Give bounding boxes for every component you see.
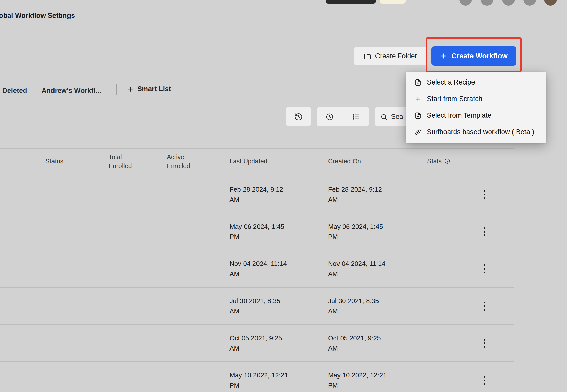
create-workflow-menu: Select a Recipe Start from Scratch Selec… xyxy=(406,72,546,143)
create-folder-label: Create Folder xyxy=(375,52,417,60)
create-workflow-label: Create Workflow xyxy=(451,52,507,60)
last-updated-cell: Oct 05 2021, 9:25 AM xyxy=(230,333,289,353)
menu-item-start-from-scratch[interactable]: Start from Scratch xyxy=(406,91,546,107)
stats-header-label: Stats xyxy=(427,157,442,166)
create-folder-button[interactable]: Create Folder xyxy=(354,47,427,65)
column-header-stats: Stats xyxy=(427,157,450,166)
workflows-page: obal Workflow Settings Create Folder Cre… xyxy=(0,0,567,392)
list-view-toggle[interactable] xyxy=(343,107,369,126)
avatar[interactable] xyxy=(459,0,472,6)
avatar[interactable] xyxy=(481,0,493,6)
column-header-active-enrolled: Active Enrolled xyxy=(167,152,196,171)
last-updated-cell: Nov 04 2024, 11:14 AM xyxy=(230,259,289,279)
row-actions-kebab-icon[interactable] xyxy=(478,221,491,242)
menu-item-label: Start from Scratch xyxy=(427,95,482,103)
workflow-table-body: Feb 28 2024, 9:12 AM Feb 28 2024, 9:12 A… xyxy=(0,176,514,392)
column-header-last-updated: Last Updated xyxy=(230,157,286,166)
history-button[interactable] xyxy=(286,107,311,126)
plus-icon xyxy=(414,95,422,103)
row-actions-kebab-icon[interactable] xyxy=(478,184,491,205)
folder-icon xyxy=(364,52,371,60)
table-row[interactable]: Nov 04 2024, 11:14 AM Nov 04 2024, 11:14… xyxy=(0,250,514,288)
created-on-cell: May 06 2024, 1:45 PM xyxy=(328,221,388,242)
column-header-total-enrolled: Total Enrolled xyxy=(109,152,138,171)
row-actions-kebab-icon[interactable] xyxy=(478,370,491,391)
menu-item-surfboards-workflow[interactable]: Surfboards based workflow ( Beta ) xyxy=(406,124,546,140)
topbar-partial-button[interactable] xyxy=(326,0,376,4)
info-icon[interactable] xyxy=(444,158,450,164)
created-on-cell: May 10 2022, 12:21 PM xyxy=(328,370,388,390)
smart-list-label: Smart List xyxy=(137,85,171,93)
column-header-created-on: Created On xyxy=(328,157,379,166)
menu-item-label: Surfboards based workflow ( Beta ) xyxy=(427,128,534,136)
tab-andrews-workflows[interactable]: Andrew's Workfl... xyxy=(42,87,101,95)
clock-icon xyxy=(326,113,334,121)
row-actions-kebab-icon[interactable] xyxy=(478,258,491,279)
plus-icon xyxy=(440,52,447,60)
file-plus-icon xyxy=(414,79,422,86)
add-smart-list-button[interactable]: Smart List xyxy=(127,85,171,93)
table-top-border xyxy=(0,148,514,149)
row-actions-kebab-icon[interactable] xyxy=(478,295,491,317)
table-row[interactable]: Feb 28 2024, 9:12 AM Feb 28 2024, 9:12 A… xyxy=(0,176,514,213)
created-on-cell: Nov 04 2024, 11:14 AM xyxy=(328,259,388,279)
column-header-status: Status xyxy=(45,157,63,166)
row-actions-kebab-icon[interactable] xyxy=(478,332,491,354)
file-template-icon xyxy=(414,112,422,119)
view-toggle xyxy=(317,107,369,126)
menu-item-label: Select from Template xyxy=(427,111,491,119)
menu-item-select-recipe[interactable]: Select a Recipe xyxy=(406,74,546,91)
search-icon xyxy=(380,113,387,120)
avatar[interactable] xyxy=(544,0,557,6)
menu-item-label: Select a Recipe xyxy=(427,78,475,86)
plus-icon xyxy=(127,85,134,93)
created-on-cell: Oct 05 2021, 9:25 AM xyxy=(328,333,388,353)
table-row[interactable]: May 10 2022, 12:21 PM May 10 2022, 12:21… xyxy=(0,362,514,392)
table-row[interactable]: Jul 30 2021, 8:35 AM Jul 30 2021, 8:35 A… xyxy=(0,288,514,325)
last-updated-cell: May 06 2024, 1:45 PM xyxy=(230,221,289,242)
create-workflow-button[interactable]: Create Workflow xyxy=(431,46,516,66)
tab-deleted[interactable]: Deleted xyxy=(2,87,27,95)
last-updated-cell: Jul 30 2021, 8:35 AM xyxy=(230,296,289,316)
topbar-partial-badge[interactable] xyxy=(380,0,406,4)
menu-item-select-template[interactable]: Select from Template xyxy=(406,107,546,124)
created-on-cell: Feb 28 2024, 9:12 AM xyxy=(328,184,388,205)
table-row[interactable]: May 06 2024, 1:45 PM May 06 2024, 1:45 P… xyxy=(0,213,514,250)
tab-divider xyxy=(116,84,117,95)
recent-view-toggle[interactable] xyxy=(317,107,343,126)
table-row[interactable]: Oct 05 2021, 9:25 AM Oct 05 2021, 9:25 A… xyxy=(0,325,514,362)
page-title: obal Workflow Settings xyxy=(0,12,75,20)
history-icon xyxy=(294,113,303,121)
list-icon xyxy=(352,113,360,121)
search-value: Sea xyxy=(391,113,403,121)
avatar[interactable] xyxy=(502,0,515,6)
avatar[interactable] xyxy=(523,0,536,6)
last-updated-cell: Feb 28 2024, 9:12 AM xyxy=(230,184,289,205)
created-on-cell: Jul 30 2021, 8:35 AM xyxy=(328,296,388,316)
surfboard-icon xyxy=(414,128,422,136)
last-updated-cell: May 10 2022, 12:21 PM xyxy=(230,370,289,390)
